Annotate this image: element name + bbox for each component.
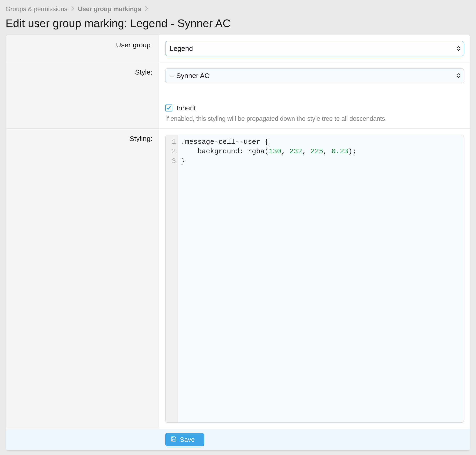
user-group-select-value: Legend	[170, 45, 193, 52]
label-styling: Styling:	[6, 129, 159, 429]
code-content[interactable]: .message-cell--user { background: rgba(1…	[178, 135, 464, 422]
row-styling: Styling: 1 2 3 .message-cell--user { bac…	[6, 129, 470, 429]
code-gutter: 1 2 3	[166, 135, 178, 422]
inherit-help-text: If enabled, this styling will be propaga…	[165, 115, 464, 122]
chevron-right-icon	[145, 6, 148, 13]
css-code-editor[interactable]: 1 2 3 .message-cell--user { background: …	[165, 135, 464, 423]
breadcrumb-user-group-markings[interactable]: User group markings	[78, 6, 141, 13]
breadcrumb: Groups & permissions User group markings	[6, 6, 470, 13]
style-select[interactable]: -- Synner AC	[165, 68, 464, 83]
inherit-label: Inherit	[176, 104, 196, 112]
inherit-checkbox[interactable]	[165, 105, 172, 112]
label-user-group: User group:	[6, 35, 159, 62]
edit-form-panel: User group: Legend Style:	[6, 35, 470, 451]
row-user-group: User group: Legend	[6, 35, 470, 62]
user-group-select[interactable]: Legend	[165, 41, 464, 56]
row-style: Style: -- Synner AC Inherit	[6, 62, 470, 129]
page-title: Edit user group marking: Legend - Synner…	[6, 17, 470, 30]
save-icon	[171, 436, 177, 444]
row-footer: Save	[6, 429, 470, 450]
label-style: Style:	[6, 62, 159, 129]
chevron-updown-icon	[457, 73, 460, 78]
style-select-value: -- Synner AC	[170, 72, 210, 80]
breadcrumb-groups-permissions[interactable]: Groups & permissions	[6, 6, 67, 13]
chevron-updown-icon	[457, 46, 460, 51]
save-button-label: Save	[180, 436, 195, 443]
chevron-right-icon	[71, 6, 74, 13]
save-button[interactable]: Save	[165, 433, 204, 446]
